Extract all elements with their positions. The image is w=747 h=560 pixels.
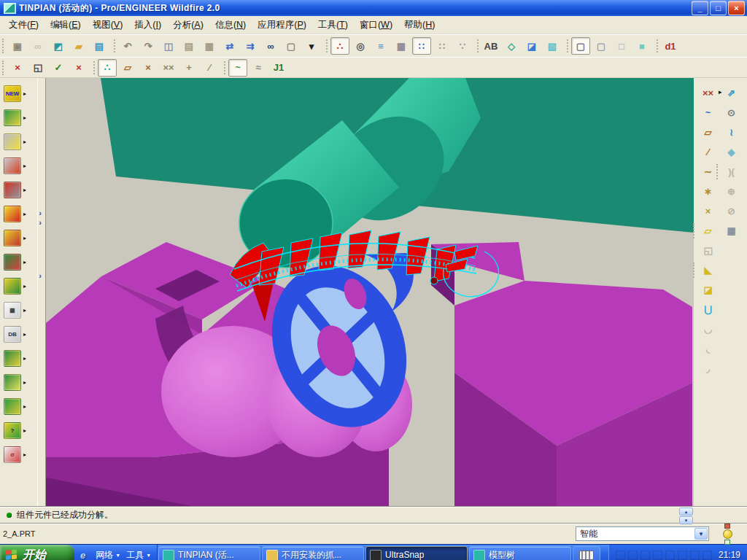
- offset-point-icon[interactable]: ×: [697, 201, 719, 221]
- insert-curve-icon[interactable]: ∼: [697, 162, 719, 182]
- emx-analysis-icon[interactable]: ▸: [0, 346, 37, 370]
- mirror-icon[interactable]: )(: [721, 162, 742, 182]
- tree-filter-icon[interactable]: ∷: [433, 37, 452, 55]
- flyout-arrow-icon[interactable]: ▸: [23, 259, 26, 265]
- flyout-arrow-icon[interactable]: ▸: [23, 331, 26, 338]
- emx-check-icon[interactable]: ? ▸: [0, 419, 37, 443]
- scroll-down-button[interactable]: ▼: [679, 516, 693, 524]
- publish-datum-icon[interactable]: ◇: [502, 37, 521, 55]
- shaded-icon[interactable]: ■: [632, 37, 651, 55]
- flyout-arrow-icon[interactable]: ▸: [23, 114, 26, 121]
- emx-lifter-icon[interactable]: ▸: [0, 274, 37, 298]
- mold-volume-icon[interactable]: ◣: [697, 260, 719, 280]
- new-window-icon[interactable]: ◱: [28, 59, 47, 77]
- minimize-button[interactable]: _: [692, 1, 708, 15]
- datum-axis-icon[interactable]: ∕: [697, 142, 719, 162]
- dimension-info-icon[interactable]: d1: [661, 37, 680, 55]
- save-as-icon[interactable]: ◩: [49, 37, 68, 55]
- spline-icon[interactable]: ~: [228, 59, 247, 77]
- datum-tree-icon[interactable]: ∴: [98, 59, 117, 77]
- open-icon[interactable]: ▰: [69, 37, 88, 55]
- emx-moldbase-icon[interactable]: ▸: [0, 106, 37, 130]
- flyout-arrow-icon[interactable]: ▸: [23, 307, 26, 314]
- flyout-arrow-icon[interactable]: ▸: [23, 427, 26, 434]
- select-menu-arrow-icon[interactable]: ▾: [302, 37, 321, 55]
- find-icon[interactable]: ∞: [261, 37, 280, 55]
- sweep-icon[interactable]: ≀: [721, 122, 742, 142]
- line-display-icon[interactable]: ∕: [200, 59, 219, 77]
- merge-icon[interactable]: ⊕: [721, 182, 742, 201]
- emx-pen2-icon[interactable]: ▸: [0, 226, 37, 250]
- task-ultrasnap[interactable]: UltraSnap: [365, 546, 468, 560]
- redo-icon[interactable]: ↷: [139, 37, 158, 55]
- datum-refit-icon[interactable]: ∴: [330, 37, 349, 55]
- sash-chevron-icon[interactable]: ›: [39, 219, 42, 227]
- pattern-icon[interactable]: ▦: [721, 221, 742, 241]
- open-link-icon[interactable]: ∞: [28, 37, 47, 55]
- scroll-up-button[interactable]: ▲: [679, 508, 693, 516]
- tray-volume-icon[interactable]: [678, 551, 687, 560]
- boundary-blend-icon[interactable]: ◆: [721, 142, 742, 162]
- light-cube-icon[interactable]: ▧: [543, 37, 562, 55]
- menu-analysis[interactable]: 分析(A): [167, 17, 209, 34]
- update-all-icon[interactable]: ⇉: [241, 37, 260, 55]
- tree-columns-icon[interactable]: ∷: [412, 37, 431, 55]
- undo-icon[interactable]: ↶: [118, 37, 137, 55]
- update-list-icon[interactable]: ⇄: [220, 37, 239, 55]
- emx-bom-table-icon[interactable]: ▦ ▸: [0, 298, 37, 322]
- shutoff-surface-icon[interactable]: ◞: [697, 359, 719, 378]
- datum-point-icon[interactable]: ××: [697, 83, 719, 103]
- view-manager-icon[interactable]: ▦: [392, 37, 411, 55]
- close-window2-icon[interactable]: ×: [69, 59, 88, 77]
- layers-icon[interactable]: ≡: [371, 37, 390, 55]
- menu-info[interactable]: 信息(N): [209, 17, 252, 34]
- tray-offline-icon[interactable]: [640, 551, 650, 560]
- save-icon[interactable]: ▤: [90, 37, 109, 55]
- flyout-arrow-icon[interactable]: ▸: [23, 451, 26, 458]
- silhouette-curve-icon[interactable]: ◡: [697, 319, 719, 339]
- menu-edit[interactable]: 编辑(E): [44, 17, 87, 34]
- use-previous-icon[interactable]: ◱: [697, 241, 719, 260]
- emx-dimension-icon[interactable]: σ ▸: [0, 443, 37, 467]
- flyout-arrow-icon[interactable]: ▸: [23, 139, 26, 145]
- emx-cutout-icon[interactable]: ▸: [0, 154, 37, 178]
- emx-screw-icon[interactable]: ▸: [0, 178, 37, 202]
- flyout-arrow-icon[interactable]: ▸: [23, 163, 26, 169]
- tree-sort-icon[interactable]: ∵: [453, 37, 472, 55]
- 3d-viewport[interactable]: [46, 78, 694, 506]
- emx-trim-icon[interactable]: ▸: [0, 370, 37, 394]
- flyout-arrow-icon[interactable]: ▸: [23, 403, 26, 410]
- new-object-icon[interactable]: ▣: [8, 37, 27, 55]
- flyout-arrow-icon[interactable]: ▸: [23, 379, 26, 386]
- axis-display-icon[interactable]: ×: [139, 59, 158, 77]
- tray-battery-icon[interactable]: [628, 551, 638, 560]
- paste-icon[interactable]: ▤: [179, 37, 198, 55]
- sketch-tool-icon[interactable]: ▱: [697, 221, 719, 241]
- no-hidden-icon[interactable]: □: [612, 37, 631, 55]
- emx-rack-icon[interactable]: ▸: [0, 394, 37, 419]
- start-button[interactable]: 开始: [0, 545, 74, 560]
- emx-db-export-icon[interactable]: DB ▸: [0, 322, 37, 346]
- tools-menu[interactable]: 工具▼: [124, 549, 151, 560]
- hidden-line-icon[interactable]: ▢: [592, 37, 611, 55]
- selection-filter-combobox[interactable]: 智能 ▼: [576, 526, 709, 541]
- task-modeltree[interactable]: 模型树: [469, 546, 571, 560]
- emx-component-icon[interactable]: ▸: [0, 130, 37, 154]
- zoom-selected-icon[interactable]: ◎: [351, 37, 370, 55]
- mold-component-icon[interactable]: ◪: [697, 280, 719, 300]
- paste-special-icon[interactable]: ▦: [200, 37, 219, 55]
- menu-window[interactable]: 窗口(W): [354, 17, 398, 34]
- menu-tools[interactable]: 工具(T): [312, 17, 354, 34]
- task-folder[interactable]: 不用安装的抓...: [262, 546, 364, 560]
- coordinate-system-icon[interactable]: ∗: [697, 182, 719, 201]
- combo-arrow-icon[interactable]: ▼: [694, 528, 708, 540]
- network-menu[interactable]: 网络▼: [93, 549, 120, 560]
- tray-card-icon[interactable]: [665, 551, 675, 560]
- sweep-pipe-icon[interactable]: ≈: [249, 59, 268, 77]
- tray-shield-icon[interactable]: [703, 551, 712, 560]
- flyout-arrow-icon[interactable]: ▸: [23, 90, 26, 97]
- task-tinpian[interactable]: TINPIAN (活...: [158, 546, 260, 560]
- close-window-icon[interactable]: ×: [8, 59, 27, 77]
- intersect-icon[interactable]: ⊘: [721, 201, 742, 221]
- copy-icon[interactable]: ◫: [159, 37, 178, 55]
